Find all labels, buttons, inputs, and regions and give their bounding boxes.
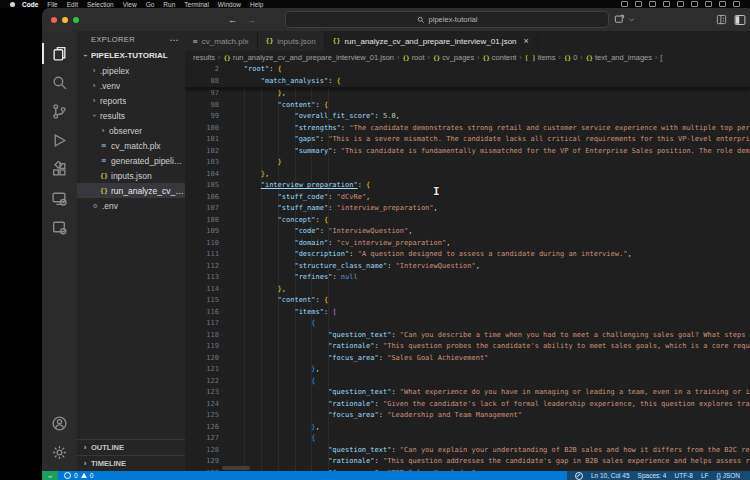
command-center-search[interactable]: pipelex-tutorial [285,11,609,28]
activitybar-extensions[interactable] [42,155,77,184]
activitybar-search[interactable] [42,68,77,97]
minimize-window-button[interactable] [62,17,68,23]
menubar-status-icon[interactable] [649,1,656,7]
breadcrumb-item[interactable]: [ ]items [525,53,556,62]
menubar-status-icon[interactable] [691,1,698,7]
code-text: "focus_area": "B2B Sales Knowledge" [227,468,750,472]
explorer-item--pipelex[interactable]: ›.pipelex [77,63,185,78]
explorer-item-pipelex-tutorial[interactable]: ›PIPELEX-TUTORIAL [77,48,185,63]
activitybar-source-control[interactable] [42,97,77,126]
status-item-utf-8[interactable]: UTF-8 [675,472,693,479]
explorer-item-inputs-json[interactable]: {}inputs.json [77,168,185,183]
status-item-ln-10-col-45[interactable]: Ln 10, Col 45 [591,472,630,479]
status-item--json[interactable]: {} JSON [717,472,740,479]
menu-edit[interactable]: Edit [67,1,78,8]
close-window-button[interactable] [51,17,57,23]
problems-indicator[interactable]: 0 0 [58,472,93,479]
more-actions-icon[interactable]: ⋯ [170,35,179,45]
menu-run[interactable]: Run [163,1,175,8]
crumb-label: run_analyze_cv_and_prepare_interview_01.… [233,53,394,62]
breadcrumb-item[interactable]: {}root [402,53,424,62]
line-number: 112 [185,261,227,273]
menubar-status-icon[interactable] [621,1,628,7]
explorer-item--venv[interactable]: ›.venv [77,78,185,93]
breadcrumb-item[interactable]: {}0 [564,53,577,62]
menubar-status-icon[interactable] [677,1,684,7]
menu-terminal[interactable]: Terminal [184,1,209,8]
code-text: { [227,433,750,445]
menu-file[interactable]: File [47,1,57,8]
symbol-icon: {} [402,54,409,61]
menubar-status-icon[interactable] [705,1,712,7]
explorer-item-observer[interactable]: ›observer [77,123,185,138]
menu-help[interactable]: Help [250,1,263,8]
breadcrumb-item[interactable]: results [193,53,215,62]
chevron-down-icon[interactable] [628,16,635,23]
explorer-item-cv-match-plx[interactable]: ≡cv_match.plx [77,138,185,153]
menu-code[interactable]: Code [22,1,38,8]
activitybar-remote-explorer[interactable] [42,184,77,213]
code-text: }, [227,169,750,181]
timeline-panel-header[interactable]: › TIMELINE [77,455,185,471]
outline-panel-header[interactable]: › OUTLINE [77,439,185,455]
token-key: "code" [294,227,319,235]
line-number: 129 [185,456,227,468]
token-keyu: "interview_preparation" [261,181,358,189]
status-item-lf[interactable]: LF [701,472,709,479]
token-br1: } [278,158,282,166]
breadcrumb-item[interactable]: {}cv_pages [433,53,474,62]
customize-layout-icon[interactable] [716,14,727,25]
explorer-item-generated-pipeline-[interactable]: ≡generated_pipeline_… [77,153,185,168]
zoom-window-button[interactable] [73,17,79,23]
forward-arrow-icon[interactable]: → [247,15,256,25]
menu-go[interactable]: Go [146,1,155,8]
status-item-spaces-4[interactable]: Spaces: 4 [638,472,667,479]
code-line: 2 "root": { [185,63,750,75]
explorer-item-results[interactable]: ›results [77,108,185,123]
token-punc: : [391,388,399,396]
files-icon [51,45,68,62]
code-text: "focus_area": "Sales Goal Achievement" [227,353,750,365]
crumb-label: [ [660,53,662,62]
menubar-status-icon[interactable] [733,1,740,7]
tab-inputs-json[interactable]: {}inputs.json [258,31,325,51]
back-arrow-icon[interactable]: ← [228,15,237,25]
line-number: 101 [185,134,227,146]
menu-window[interactable]: Window [218,1,241,8]
toggle-sidebar-icon[interactable] [734,14,746,26]
tab-cv-match-plx[interactable]: ≡cv_match.plx [185,31,258,51]
code-editor[interactable]: 2 "root": {88 "match_analysis": { 97 },9… [185,63,750,471]
explorer-item-reports[interactable]: ›reports [77,93,185,108]
breadcrumb-item[interactable]: {}content [483,53,517,62]
menubar-status-icon[interactable] [635,1,642,7]
menubar-status-icon[interactable] [663,1,670,7]
activitybar-account[interactable] [42,409,77,438]
menubar-status-icon[interactable] [719,1,726,7]
tab-run-analyze-cv-and-prepare-interview-01-json[interactable]: {}run_analyze_cv_and_prepare_interview_0… [325,31,538,51]
remote-indicator[interactable]: ›‹ [42,471,58,480]
new-window-icon[interactable] [614,14,625,25]
breadcrumb-item[interactable]: [ [660,53,662,62]
do-not-disturb-icon[interactable] [575,472,583,480]
activitybar-run-debug[interactable] [42,126,77,155]
code-line: 113 "refines": null [185,272,750,284]
item-label: .pipelex [98,66,129,76]
chevron-right-icon: › [90,81,98,90]
apple-logo-icon[interactable] [10,2,15,7]
menu-selection[interactable]: Selection [87,1,114,8]
explorer-item--env[interactable]: ⚙.env [77,198,185,213]
activitybar-explorer[interactable] [42,39,77,68]
breadcrumb-item[interactable]: {}run_analyze_cv_and_prepare_interview_0… [223,53,394,62]
line-number: 107 [185,203,227,215]
activitybar-settings[interactable] [42,438,77,467]
activitybar-containers[interactable] [42,213,77,242]
menu-view[interactable]: View [123,1,137,8]
explorer-item-run-analyze-cv-an-[interactable]: {}run_analyze_cv_an… [77,183,185,198]
horizontal-scrollbar[interactable] [222,466,250,470]
token-punc: , [627,250,631,258]
crumb-label: root [412,53,425,62]
explorer-title: EXPLORER [91,35,135,44]
code-line: 106 "stuff_code": "dCvRe", [185,192,750,204]
breadcrumb-item[interactable]: {}text_and_images [586,53,652,62]
close-icon[interactable]: × [524,36,529,46]
